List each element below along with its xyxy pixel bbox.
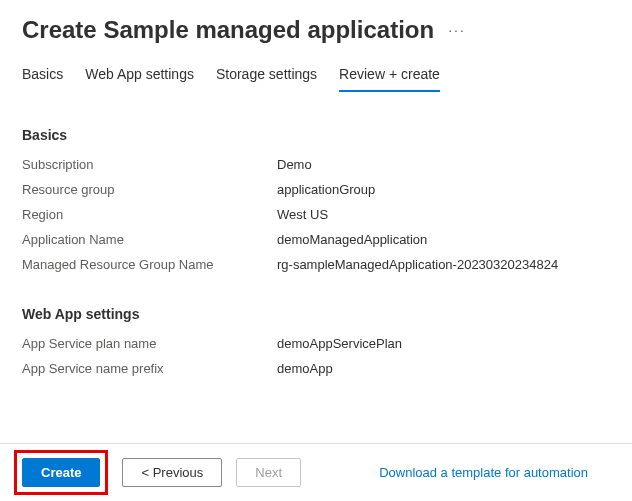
footer-bar: Create < Previous Next Download a templa… [0,443,632,501]
value-app-service-plan: demoAppServicePlan [277,336,402,351]
label-subscription: Subscription [22,157,277,172]
value-managed-rg-name: rg-sampleManagedApplication-202303202348… [277,257,558,272]
row-app-service-plan: App Service plan name demoAppServicePlan [22,336,610,351]
row-app-service-prefix: App Service name prefix demoApp [22,361,610,376]
label-app-service-plan: App Service plan name [22,336,277,351]
next-button: Next [236,458,301,487]
section-heading-webapp: Web App settings [22,306,610,322]
tab-web-app-settings[interactable]: Web App settings [85,66,194,92]
label-resource-group: Resource group [22,182,277,197]
more-icon[interactable]: ··· [448,22,466,38]
download-template-link[interactable]: Download a template for automation [379,465,588,480]
value-region: West US [277,207,328,222]
value-app-service-prefix: demoApp [277,361,333,376]
label-region: Region [22,207,277,222]
row-subscription: Subscription Demo [22,157,610,172]
value-resource-group: applicationGroup [277,182,375,197]
value-application-name: demoManagedApplication [277,232,427,247]
row-managed-rg-name: Managed Resource Group Name rg-sampleMan… [22,257,610,272]
section-heading-basics: Basics [22,127,610,143]
row-region: Region West US [22,207,610,222]
label-app-service-prefix: App Service name prefix [22,361,277,376]
tab-basics[interactable]: Basics [22,66,63,92]
page-title: Create Sample managed application [22,16,434,44]
value-subscription: Demo [277,157,312,172]
previous-button[interactable]: < Previous [122,458,222,487]
tab-bar: Basics Web App settings Storage settings… [22,66,610,93]
tab-storage-settings[interactable]: Storage settings [216,66,317,92]
row-application-name: Application Name demoManagedApplication [22,232,610,247]
tab-review-create[interactable]: Review + create [339,66,440,92]
highlight-create: Create [14,450,108,495]
row-resource-group: Resource group applicationGroup [22,182,610,197]
create-button[interactable]: Create [22,458,100,487]
label-managed-rg-name: Managed Resource Group Name [22,257,277,272]
label-application-name: Application Name [22,232,277,247]
